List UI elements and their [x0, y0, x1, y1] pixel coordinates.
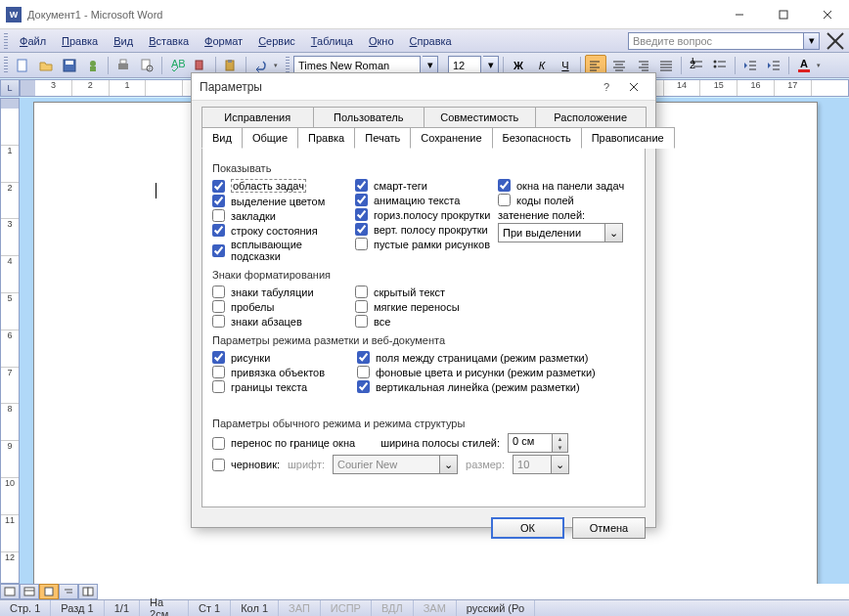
help-search-input[interactable]: Введите вопрос: [628, 32, 804, 50]
vertical-ruler[interactable]: 123456789101112: [0, 98, 20, 584]
toolbar-grip-2[interactable]: [286, 57, 290, 74]
dialog-close-button[interactable]: [620, 77, 648, 97]
svg-rect-51: [5, 588, 15, 595]
status-page: Стр. 1: [0, 600, 51, 616]
draft-size-dropdown: ⌄: [552, 455, 569, 474]
web-view-button[interactable]: [20, 584, 39, 599]
checkbox-гориз.полосу-прокрутки[interactable]: гориз.полосу прокрутки: [355, 207, 492, 222]
checkbox-все[interactable]: все: [355, 314, 492, 329]
status-language[interactable]: русский (Ро: [457, 600, 535, 616]
new-doc-button[interactable]: [12, 55, 33, 76]
checkbox-знаки-абзацев[interactable]: знаки абзацев: [212, 314, 349, 329]
status-at: На 2см: [140, 600, 189, 616]
doc-close-button[interactable]: [826, 31, 845, 51]
menu-таблица[interactable]: Таблица: [303, 33, 361, 49]
checkbox-фоновые-цвета-и-рисунки-(режим-разметки)[interactable]: фоновые цвета и рисунки (режим разметки): [357, 365, 635, 379]
checkbox-закладки[interactable]: закладки: [212, 208, 349, 223]
checkbox-рисунки[interactable]: рисунки: [212, 350, 351, 365]
dialog-help-button[interactable]: ?: [593, 77, 620, 97]
normal-view-button[interactable]: [0, 584, 20, 599]
status-mode-вдл[interactable]: ВДЛ: [372, 600, 414, 616]
field-shading-select[interactable]: При выделении: [498, 223, 605, 242]
outline-view-button[interactable]: [59, 584, 78, 599]
permissions-button[interactable]: [82, 55, 104, 76]
numbered-list-button[interactable]: 12: [686, 55, 707, 76]
checkbox-окна-на-панели-задач[interactable]: окна на панели задач: [498, 178, 635, 193]
checkbox-строку-состояния[interactable]: строку состояния: [212, 223, 349, 238]
font-color-button[interactable]: А: [793, 55, 815, 76]
checkbox-пустые-рамки-рисунков[interactable]: пустые рамки рисунков: [355, 237, 492, 251]
ok-button[interactable]: ОК: [491, 517, 564, 539]
print-layout-view-button[interactable]: [39, 584, 59, 599]
font-color-dropdown[interactable]: ▾: [817, 62, 827, 69]
checkbox-знаки-табуляции[interactable]: знаки табуляции: [212, 285, 349, 299]
align-justify-button[interactable]: [655, 55, 677, 76]
undo-dropdown[interactable]: ▾: [274, 62, 284, 69]
ruler'[interactable]: L: [0, 79, 20, 97]
style-width-input[interactable]: 0 см: [508, 433, 553, 453]
increase-indent-button[interactable]: [763, 55, 784, 76]
open-button[interactable]: [35, 55, 57, 76]
menu-формат[interactable]: Формат: [197, 33, 250, 49]
save-button[interactable]: [59, 55, 80, 76]
checkbox-draft[interactable]: черновик:: [212, 458, 280, 472]
svg-rect-8: [66, 61, 73, 65]
minimize-button[interactable]: [717, 0, 761, 29]
tab-Вид[interactable]: Вид: [201, 127, 243, 149]
tab-Правописание[interactable]: Правописание: [581, 127, 675, 149]
style-width-spinners[interactable]: ▲▼: [553, 433, 568, 453]
checkbox-область-задач[interactable]: область задач: [212, 178, 349, 194]
checkbox-вертикальная-линейка-(режим-разметки)[interactable]: вертикальная линейка (режим разметки): [357, 379, 635, 394]
checkbox-привязка-объектов[interactable]: привязка объектов: [212, 365, 351, 379]
menu-вид[interactable]: Вид: [106, 33, 141, 49]
checkbox-верт.-полосу-прокрутки[interactable]: верт. полосу прокрутки: [355, 222, 492, 237]
tab-Правка[interactable]: Правка: [297, 127, 355, 149]
tab-Исправления[interactable]: Исправления: [201, 107, 314, 128]
group-show-label: Показывать: [212, 162, 635, 174]
checkbox-поля-между-страницами-(режим-разметки)[interactable]: поля между страницами (режим разметки): [357, 350, 635, 365]
field-shading-dropdown[interactable]: ⌄: [605, 223, 623, 242]
menu-правка[interactable]: Правка: [54, 33, 106, 49]
tab-Печать[interactable]: Печать: [354, 127, 411, 149]
toolbar-grip[interactable]: [4, 57, 8, 74]
tab-Сохранение[interactable]: Сохранение: [410, 127, 492, 149]
checkbox-wrap-window[interactable]: перенос по границе окна: [212, 436, 355, 451]
decrease-indent-button[interactable]: [739, 55, 761, 76]
maximize-button[interactable]: [761, 0, 805, 29]
checkbox-выделение-цветом[interactable]: выделение цветом: [212, 194, 349, 208]
menu-окно[interactable]: Окно: [361, 33, 402, 49]
tab-Безопасность[interactable]: Безопасность: [492, 127, 582, 149]
checkbox-всплывающие-подсказки[interactable]: всплывающие подсказки: [212, 238, 349, 263]
cancel-button[interactable]: Отмена: [572, 517, 646, 539]
menubar-grip[interactable]: [4, 33, 8, 49]
close-button[interactable]: [805, 0, 849, 29]
print-preview-button[interactable]: [136, 55, 157, 76]
tab-Совместимость[interactable]: Совместимость: [424, 107, 536, 128]
reading-view-button[interactable]: [78, 584, 98, 599]
checkbox-анимацию-текста[interactable]: анимацию текста: [355, 193, 492, 207]
menu-файл[interactable]: Файл: [12, 33, 54, 49]
dialog-titlebar[interactable]: Параметры ?: [192, 73, 655, 101]
svg-rect-52: [24, 588, 34, 595]
checkbox-коды-полей[interactable]: коды полей: [498, 193, 635, 207]
checkbox-границы-текста[interactable]: границы текста: [212, 379, 351, 394]
checkbox-скрытый-текст[interactable]: скрытый текст: [355, 285, 492, 299]
status-pages: 1/1: [105, 600, 140, 616]
tab-Расположение[interactable]: Расположение: [535, 107, 648, 128]
tab-Пользователь[interactable]: Пользователь: [313, 107, 425, 128]
print-button[interactable]: [112, 55, 134, 76]
menu-справка[interactable]: Справка: [402, 33, 460, 49]
menu-сервис[interactable]: Сервис: [250, 33, 303, 49]
menu-вставка[interactable]: Вставка: [141, 33, 197, 49]
status-mode-зам[interactable]: ЗАМ: [414, 600, 457, 616]
spelling-button[interactable]: ABC: [166, 55, 188, 76]
status-mode-испр[interactable]: ИСПР: [321, 600, 372, 616]
svg-rect-12: [120, 60, 126, 64]
status-mode-зап[interactable]: ЗАП: [279, 600, 321, 616]
checkbox-пробелы[interactable]: пробелы: [212, 299, 349, 314]
tab-Общие[interactable]: Общие: [242, 127, 298, 149]
checkbox-мягкие-переносы[interactable]: мягкие переносы: [355, 299, 492, 314]
bullet-list-button[interactable]: [709, 55, 731, 76]
checkbox-смарт-теги[interactable]: смарт-теги: [355, 178, 492, 193]
help-search-dropdown[interactable]: ▾: [804, 32, 820, 50]
